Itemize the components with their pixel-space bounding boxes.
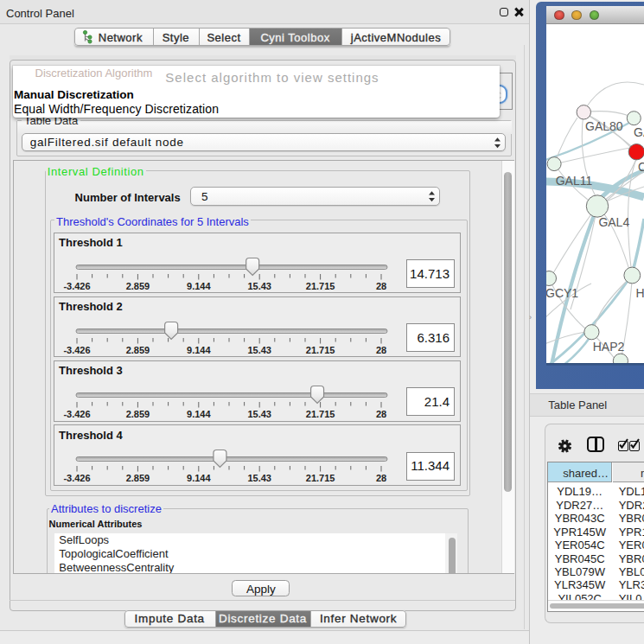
svg-text:GCY1: GCY1 bbox=[546, 286, 578, 300]
svg-text:GA: GA bbox=[634, 125, 644, 139]
svg-text:H: H bbox=[636, 286, 644, 300]
svg-text:GAL80: GAL80 bbox=[585, 119, 623, 133]
svg-text:C: C bbox=[638, 160, 644, 174]
svg-text:GAL11: GAL11 bbox=[556, 174, 593, 188]
svg-text:HAP2: HAP2 bbox=[593, 340, 625, 354]
svg-text:GAL4: GAL4 bbox=[598, 215, 629, 229]
